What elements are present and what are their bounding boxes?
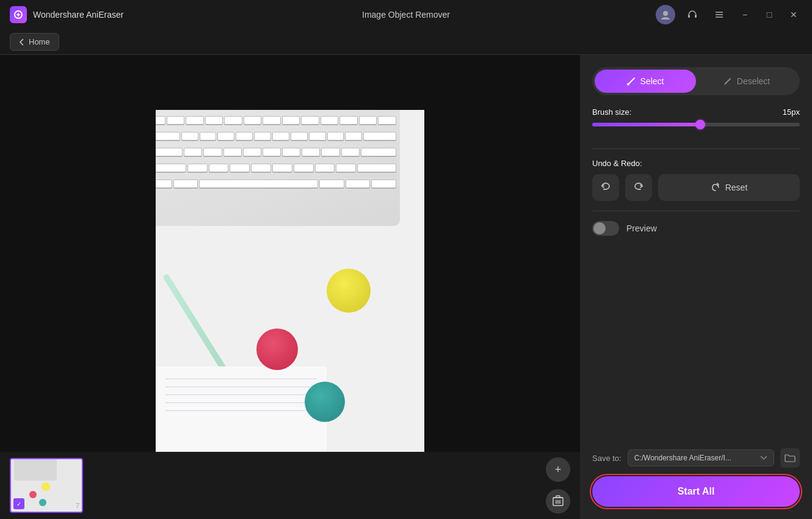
thumb-badge-pink [29,491,37,498]
keyboard-visual [156,110,400,226]
key [294,164,314,172]
nav-bar: Home [0,29,812,55]
thumb-badge-yellow [42,482,50,491]
key [186,116,204,125]
save-to-label: Save to: [592,454,622,463]
main-layout: · · · ✓ 7 [0,55,812,519]
filmstrip-thumbnail[interactable]: ✓ 7 [10,458,83,513]
preview-section: Preview [592,221,800,236]
close-button[interactable]: ✕ [785,6,802,23]
home-label: Home [29,37,50,46]
key [230,164,250,172]
key [321,116,339,125]
key [254,132,271,140]
key [223,148,242,156]
svg-point-1 [663,11,668,16]
key [336,164,356,172]
app-title: Wondershare AniEraser [33,10,123,20]
divider-2 [592,211,800,211]
reset-icon [711,183,720,192]
key [272,164,292,172]
svg-point-15 [627,83,629,85]
photo-background: · · · [156,110,424,464]
badge-teal [305,382,345,422]
maximize-button[interactable]: □ [761,6,778,23]
key [236,132,253,140]
deselect-button[interactable]: Deselect [696,70,797,93]
eraser-icon [723,77,732,85]
minimize-button[interactable]: − [736,6,753,23]
key [200,132,217,140]
reset-label: Reset [725,183,748,192]
brush-size-label: Brush size: 15px [592,107,800,117]
save-path-text: C:/Wondershare AniEraser/I... [634,454,731,462]
key [339,116,358,125]
key [263,116,281,125]
key [378,116,396,125]
headset-icon[interactable] [683,5,702,24]
menu-icon[interactable] [709,5,729,24]
toggle-knob [593,222,606,234]
title-bar: Wondershare AniEraser Image Object Remov… [0,0,812,29]
notebook-line [165,402,317,403]
page-title: Image Object Remover [362,10,450,20]
notebook-line [165,410,317,411]
slider-fill [592,123,700,126]
notebook-line [165,387,317,387]
user-avatar[interactable] [656,5,675,24]
slider-thumb[interactable] [695,120,705,129]
deselect-label: Deselect [737,76,770,86]
image-container: · · · [156,110,424,464]
start-all-button[interactable]: Start All [592,476,800,507]
undo-redo-controls: Reset [592,174,800,201]
key [181,132,198,140]
browse-folder-button[interactable] [780,448,800,468]
badge-yellow: · · · [327,269,371,313]
add-file-button[interactable]: + [546,457,570,482]
right-panel: Select Deselect Brush size: 15px [580,55,812,519]
select-button[interactable]: Select [595,70,696,93]
redo-icon [633,181,645,194]
brush-size-section: Brush size: 15px [592,107,800,126]
title-controls: − □ ✕ [656,5,802,24]
notebook-visual [156,366,327,464]
key [346,180,371,188]
thumb-badge-teal [39,499,46,506]
key [224,116,242,125]
key [291,132,308,140]
key [209,164,229,172]
notebook-line [165,394,317,395]
brush-size-value: 15px [783,107,800,117]
key [282,148,300,156]
key [199,180,318,188]
key [361,148,396,156]
preview-toggle[interactable] [592,221,619,236]
home-button[interactable]: Home [10,33,59,51]
brush-size-slider[interactable] [592,123,800,126]
filmstrip: ✓ 7 + [0,452,580,519]
key [187,164,208,172]
key [156,164,186,172]
trash-icon [553,495,564,507]
save-to-row: Save to: C:/Wondershare AniEraser/I... [592,448,800,468]
preview-label: Preview [626,223,657,233]
save-section: Save to: C:/Wondershare AniEraser/I... S… [592,438,800,507]
key [156,132,180,140]
app-logo [10,6,27,23]
canvas-area[interactable]: · · · ✓ 7 [0,55,580,519]
divider-1 [592,148,800,149]
reset-button[interactable]: Reset [658,174,800,201]
delete-file-button[interactable] [546,489,570,514]
key [301,116,319,125]
brush-icon [627,77,636,85]
redo-button[interactable] [625,174,652,201]
key [217,132,234,140]
undo-button[interactable] [592,174,619,201]
badge-pink [256,328,298,370]
key [167,116,185,125]
badge-yellow-decoration: · · · [327,269,371,313]
key [359,116,377,125]
key [371,180,396,188]
save-path-selector[interactable]: C:/Wondershare AniEraser/I... [628,449,774,466]
key [319,180,344,188]
